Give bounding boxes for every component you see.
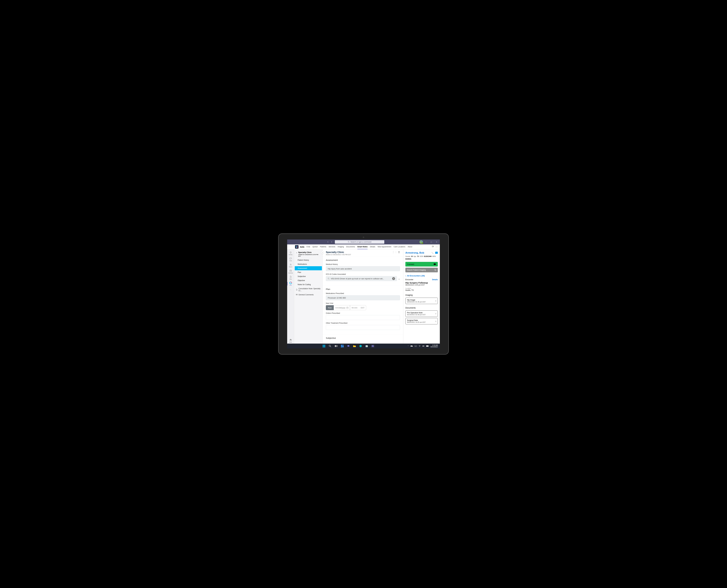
imaging-card[interactable]: Hip Image 04/03/2021 01:35 pm EST › [405,298,438,304]
widgets-icon[interactable] [341,344,344,348]
note-editor: Specialty Clinic Added on 06/20/2021 4:3… [323,249,403,343]
edge-icon[interactable] [359,344,362,348]
medical-history-input[interactable]: Hip injury from auto accident [326,266,400,271]
clear-icd-button[interactable]: ✕ [392,277,395,280]
chevron-left-icon: ‹ [405,275,406,277]
email-icon[interactable] [435,252,438,254]
next-visit-time-input[interactable]: hh:mm EST [350,305,366,310]
calendar-icon [346,307,348,309]
microsoft-store-icon[interactable] [365,344,368,348]
rail-more[interactable]: ⋯ [287,287,294,293]
taskbar-search-icon[interactable] [328,344,332,348]
medications-prescribed-input[interactable]: Piroxicam 10 MG BID [326,295,400,300]
svg-rect-23 [341,346,342,348]
svg-rect-31 [366,346,367,347]
task-view-icon[interactable] [335,344,338,348]
teams-chat-icon[interactable] [347,344,350,348]
now-button[interactable]: Now [326,305,334,310]
teams-app-icon[interactable]: T [371,344,374,348]
document-card[interactable]: Pre Operative Note 05/18/2021 02:30 pm E… [405,311,438,317]
outline-item-medications[interactable]: Medications [294,262,322,266]
icd-codes-input[interactable]: V53.5XXS Driver of pick-up truck or van … [326,276,397,281]
other-treatment-input[interactable] [326,325,400,330]
rail-teams[interactable]: Teams [287,262,294,268]
tab-about[interactable]: About [408,245,412,249]
tab-chat[interactable]: Chat [306,245,310,249]
tab-details[interactable]: Details [370,245,375,249]
rail-store[interactable]: Store [287,338,294,343]
close-button[interactable]: ✕ [434,240,439,244]
chevron-down-icon[interactable]: ⌄ [398,277,400,280]
screen: Search or type a command ─ ▢ ✕ Solo Chat… [287,239,440,349]
connect-button[interactable]: Connect [405,262,438,267]
tab-imaging[interactable]: Imaging [338,245,344,249]
encounter-details-link[interactable]: Details [432,278,438,281]
medical-history-label: Medical History [326,263,400,265]
outline-item-assessment[interactable]: Assessment [295,266,322,270]
wifi-icon[interactable] [419,345,421,347]
rail-files[interactable]: Files [287,275,294,280]
svg-rect-21 [342,345,344,345]
tab-care-locations[interactable]: Care Locations [393,245,405,249]
assessment-heading: Assessment [326,259,400,261]
outline-timestamp: Added on 10/22/2019 12:30 PM EST [294,254,322,258]
outline-item-plan[interactable]: Plan [294,270,322,274]
rail-activity[interactable]: Activity [287,250,294,256]
tray-chevron-icon[interactable]: ⌃ [408,345,409,347]
outline-item-subjective[interactable]: Subjective [294,274,322,278]
battery-icon[interactable] [426,345,429,347]
tab-smart-notes[interactable]: Smart Notes [357,245,368,249]
encounter-title: Hip Surgery Followup [405,281,438,284]
patient-demographics: GenderM Age73 DOB01/20/1948 MRN8440501 [405,255,438,260]
patient-name[interactable]: Armstrong, Bob [405,251,424,254]
collapse-outline-button[interactable]: ‹ [321,251,324,254]
outline-item-notes-coding[interactable]: Notes for Coding [294,282,322,287]
maximize-button[interactable]: ▢ [429,240,433,244]
outline-item-objective[interactable]: Objective [294,278,322,282]
svg-rect-20 [341,345,342,346]
minimize-button[interactable]: ─ [424,240,428,244]
phone-icon[interactable] [431,252,434,254]
svg-rect-22 [342,346,344,348]
delete-icon[interactable] [398,251,400,253]
command-search-input[interactable]: Search or type a command [335,240,384,244]
file-explorer-icon[interactable] [353,344,356,348]
bell-icon [290,251,292,254]
tab-queue[interactable]: Queue [313,245,318,249]
patient-imaging-search[interactable]: Search Patient Imaging [405,268,438,272]
tab-patients[interactable]: Patients [320,245,326,249]
svg-rect-28 [366,345,368,347]
tab-documents[interactable]: Documents [346,245,355,249]
next-visit-date-input[interactable]: mm/dd/yyyy [334,305,350,310]
tab-new-appointment[interactable]: New Appointment [378,245,391,249]
keyboard-icon[interactable] [414,345,417,347]
command-search-placeholder: Search or type a command [350,241,371,243]
orders-prescribed-input[interactable] [326,315,400,320]
encounter-location: Austin, TX [405,289,438,291]
start-button[interactable] [322,344,325,348]
rail-solo[interactable]: Solo [287,281,294,287]
document-card[interactable]: Surgical Note 06/02/2021 10:25 am EST › [405,318,438,324]
user-avatar[interactable] [420,240,423,244]
svg-rect-32 [367,346,367,347]
svg-rect-29 [366,346,367,346]
nav-forward-button[interactable] [330,240,334,244]
nav-back-button[interactable] [326,240,329,244]
outline-header[interactable]: ⌄ Specialty Clinic [294,251,322,254]
more-icon[interactable]: ⋯ [435,246,438,248]
chevron-right-icon: › [435,320,436,322]
rail-calendar[interactable]: Calendar [287,269,294,274]
all-encounters-link[interactable]: ‹ All Encounters (30) [405,275,438,277]
outline-item-patient-history[interactable]: Patient History [294,258,322,262]
popout-icon[interactable] [432,246,434,248]
outline-consult-note[interactable]: Consultation Note: Specialty Cl... [294,287,322,293]
tab-services[interactable]: Services [328,245,335,249]
outline-general-comments[interactable]: General Comments [294,293,322,297]
volume-icon[interactable] [422,345,424,347]
rail-chat[interactable]: Chat [287,256,294,262]
location-label: Location [405,288,438,289]
taskbar-clock[interactable]: 8:18 AM 03/14/2022 [430,344,438,348]
expand-icon[interactable]: ⌃⌄ [393,251,394,253]
onedrive-icon[interactable] [410,345,413,347]
chevron-right-icon: › [435,312,436,315]
